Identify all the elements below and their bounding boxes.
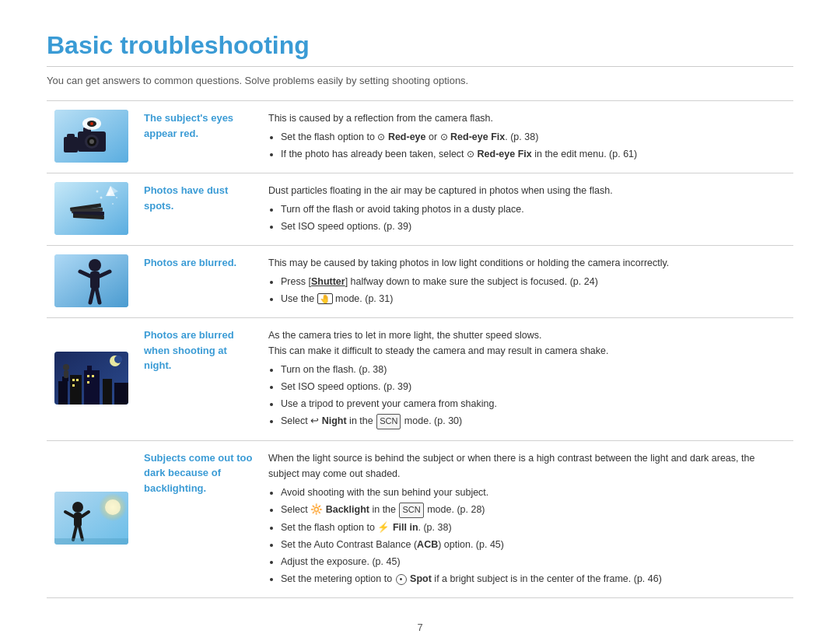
row-desc-dust: Dust particles floating in the air may b… <box>261 173 793 246</box>
svg-point-18 <box>112 203 114 205</box>
svg-rect-36 <box>103 379 112 405</box>
table-row: Photos are blurred. This may be caused b… <box>47 246 793 318</box>
svg-point-8 <box>90 122 93 125</box>
page-subtitle: You can get answers to common questions.… <box>47 75 793 86</box>
svg-rect-43 <box>87 381 89 384</box>
svg-rect-45 <box>64 370 68 378</box>
svg-rect-35 <box>87 366 92 372</box>
svg-point-51 <box>72 502 83 513</box>
row-label-blurred: Photos are blurred. <box>136 246 261 318</box>
svg-rect-33 <box>70 375 82 405</box>
row-label-dust: Photos have dust spots. <box>136 173 261 246</box>
row-image-red-eye <box>47 101 136 173</box>
title-divider <box>47 66 793 67</box>
svg-rect-41 <box>87 375 89 377</box>
svg-point-50 <box>105 499 121 515</box>
troubleshooting-table: The subject's eyes appear red. This is c… <box>47 100 793 598</box>
row-desc-night: As the camera tries to let in more light… <box>261 318 793 441</box>
svg-rect-57 <box>54 538 128 545</box>
row-image-dust <box>47 173 136 246</box>
page-title: Basic troubleshooting <box>47 31 793 60</box>
svg-rect-9 <box>64 137 78 152</box>
row-label-red-eye: The subject's eyes appear red. <box>136 101 261 173</box>
table-row: Photos have dust spots. Dust particles f… <box>47 173 793 246</box>
table-row: Photos are blurred when shooting at nigh… <box>47 318 793 441</box>
row-image-backlight <box>47 440 136 597</box>
row-desc-blurred: This may be caused by taking photos in l… <box>261 246 793 318</box>
row-label-night: Photos are blurred when shooting at nigh… <box>136 318 261 441</box>
table-row: Subjects come out too dark because of ba… <box>47 440 793 597</box>
row-desc-red-eye: This is caused by a reflection from the … <box>261 101 793 173</box>
svg-rect-52 <box>74 513 82 527</box>
svg-rect-42 <box>92 375 94 377</box>
row-desc-backlight: When the light source is behind the subj… <box>261 440 793 597</box>
svg-point-17 <box>100 196 103 198</box>
svg-point-47 <box>114 356 122 363</box>
svg-point-4 <box>89 139 94 144</box>
svg-point-19 <box>96 190 99 192</box>
table-row: The subject's eyes appear red. This is c… <box>47 101 793 173</box>
row-image-night <box>47 318 136 441</box>
row-image-blurred <box>47 246 136 318</box>
svg-rect-38 <box>72 379 75 381</box>
svg-point-24 <box>89 259 101 271</box>
svg-point-44 <box>63 364 69 370</box>
svg-rect-37 <box>114 383 128 405</box>
page-number: 7 <box>47 622 793 633</box>
svg-rect-40 <box>72 384 75 387</box>
svg-point-20 <box>116 197 117 198</box>
svg-rect-31 <box>58 381 68 405</box>
svg-rect-10 <box>67 134 75 138</box>
svg-rect-25 <box>90 271 100 289</box>
row-label-backlight: Subjects come out too dark because of ba… <box>136 440 261 597</box>
svg-rect-39 <box>76 379 79 381</box>
